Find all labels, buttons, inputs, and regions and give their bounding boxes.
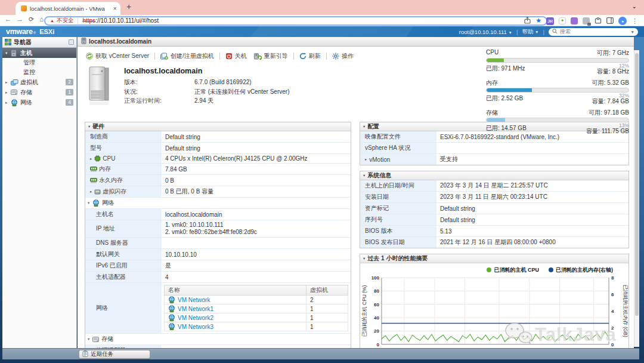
host-summary: localhost.localdomain 版本:6.7.0 (Build 81… bbox=[86, 66, 289, 109]
legend-item: 已消耗的主机 CPU bbox=[487, 266, 539, 274]
forward-icon[interactable]: → bbox=[17, 16, 23, 23]
extension-lock-icon[interactable] bbox=[583, 17, 590, 24]
home-icon[interactable]: ⌂ bbox=[39, 16, 44, 23]
table-row[interactable]: VM Network2 bbox=[165, 296, 348, 304]
vm-icon bbox=[11, 79, 19, 85]
network-icon bbox=[11, 99, 19, 106]
hardware-subsection[interactable]: ▾网络 bbox=[85, 198, 351, 208]
sidebar-item-5[interactable]: ▸网络4 bbox=[2, 97, 76, 107]
new-tab-button[interactable]: + bbox=[126, 2, 131, 11]
sysinfo-header[interactable]: ▾系统信息 bbox=[360, 171, 628, 180]
performance-panel-header[interactable]: ▾ 过去 1 小时的性能摘要 bbox=[360, 254, 628, 263]
toolbar-button-5[interactable]: 操作 bbox=[329, 52, 357, 60]
toolbar-button-0[interactable]: 获取 vCenter Server bbox=[82, 52, 153, 60]
recent-tasks-bar: 近期任务 bbox=[2, 348, 639, 359]
hardware-header[interactable]: ▾硬件 bbox=[85, 122, 351, 131]
usage-bar bbox=[486, 88, 629, 93]
expand-arrow-icon[interactable]: ▸ bbox=[5, 90, 11, 95]
hardware-row: 网络名称虚拟机VM Network2VM Network11VM Network… bbox=[85, 283, 351, 334]
bookmark-star-icon[interactable]: ★ bbox=[535, 17, 541, 24]
extension-purple-icon[interactable] bbox=[571, 17, 578, 24]
svg-text:100: 100 bbox=[371, 275, 380, 281]
side-panel-icon[interactable] bbox=[606, 16, 614, 26]
extensions-puzzle-icon[interactable] bbox=[595, 16, 602, 26]
hardware-link[interactable]: VM Network1 bbox=[168, 305, 302, 312]
collapse-panel-icon[interactable] bbox=[69, 39, 74, 45]
search-scope-chevron-icon[interactable]: ▼ bbox=[631, 30, 634, 34]
recent-tasks-label: 近期任务 bbox=[91, 350, 113, 358]
sidebar-item-2[interactable]: 监控 bbox=[2, 67, 76, 77]
network-icon bbox=[92, 199, 100, 207]
svg-text:20: 20 bbox=[374, 328, 379, 334]
expand-arrow-icon[interactable]: ▸ bbox=[5, 80, 11, 85]
extension-jh-icon[interactable]: JH bbox=[546, 17, 554, 25]
column-header[interactable]: 名称 bbox=[165, 285, 306, 296]
network-icon bbox=[168, 323, 175, 330]
security-warning-icon[interactable]: ▲ bbox=[50, 19, 54, 23]
toolbar-button-4[interactable]: 刷新 bbox=[296, 52, 324, 60]
help-menu[interactable]: 帮助 ▼ bbox=[522, 28, 538, 36]
sysinfo-row: BIOS 发布日期2021 年 12 月 16 日 星期四 08:00:00 +… bbox=[360, 237, 628, 248]
omnibox[interactable]: ▲ 不安全 https://10.10.10.111/ui/#/host ★ bbox=[44, 16, 547, 26]
hardware-link[interactable]: VM Network3 bbox=[168, 323, 302, 330]
navigator-sidebar: 导航器 ▾主机管理监控▸虚拟机2▸存储1▸网络4 bbox=[2, 37, 77, 348]
hardware-link[interactable]: VM Network2 bbox=[168, 314, 302, 321]
esxi-app-frame: 导航器 ▾主机管理监控▸虚拟机2▸存储1▸网络4 localhost.local… bbox=[0, 37, 644, 363]
browser-tab[interactable]: localhost.localdomain - VMwa × bbox=[16, 2, 120, 15]
hardware-row: 制造商Default string bbox=[85, 131, 351, 143]
hardware-row: IPv6 已启用是 bbox=[85, 260, 351, 272]
extension-green-icon[interactable]: ✦ bbox=[559, 17, 566, 24]
collapse-arrow-icon: ▾ bbox=[88, 201, 89, 205]
svg-text:40: 40 bbox=[374, 315, 379, 321]
sysinfo-row: 资产标记Default string bbox=[360, 203, 628, 214]
expand-arrow-icon[interactable]: ▸ bbox=[90, 189, 92, 194]
sysinfo-row: 序列号Default string bbox=[360, 214, 628, 226]
profile-avatar[interactable]: ● bbox=[618, 17, 627, 25]
sidebar-item-0[interactable]: ▾主机 bbox=[2, 48, 76, 58]
share-icon[interactable] bbox=[524, 16, 531, 26]
svg-text:80: 80 bbox=[374, 288, 379, 294]
host-info-row: 状况:正常 (未连接到任何 vCenter Server) bbox=[124, 87, 289, 97]
expand-arrow-icon[interactable]: ▸ bbox=[90, 156, 92, 161]
table-row[interactable]: VM Network21 bbox=[165, 313, 348, 322]
tab-close-icon[interactable]: × bbox=[113, 5, 117, 12]
legend-dot-icon bbox=[549, 267, 553, 272]
create-vm-icon bbox=[160, 53, 168, 60]
cpu-icon bbox=[94, 155, 101, 162]
sidebar-item-3[interactable]: ▸虚拟机2 bbox=[2, 77, 76, 87]
sidebar-item-1[interactable]: 管理 bbox=[2, 58, 76, 67]
column-header[interactable]: 虚拟机 bbox=[306, 285, 348, 296]
storage-icon bbox=[11, 89, 19, 96]
expand-arrow-icon[interactable]: ▸ bbox=[5, 100, 11, 105]
browser-menu-icon[interactable]: ⋮ bbox=[631, 17, 638, 25]
user-menu[interactable]: root@10.10.10.111 ▼ bbox=[459, 29, 512, 35]
toolbar-button-2[interactable]: 关机 bbox=[222, 52, 250, 60]
collapse-arrow-icon[interactable]: ▾ bbox=[5, 51, 11, 56]
collapse-arrow-icon: ▾ bbox=[363, 173, 365, 178]
tab-search-chevron-icon[interactable]: ⌄ bbox=[632, 3, 637, 10]
table-row[interactable]: VM Network11 bbox=[165, 304, 348, 313]
table-row[interactable]: VM Network31 bbox=[165, 322, 348, 331]
expand-arrow-icon[interactable]: ▸ bbox=[365, 157, 367, 162]
hardware-link[interactable]: VM Network bbox=[168, 296, 302, 303]
recent-tasks-button[interactable]: 近期任务 bbox=[79, 350, 150, 359]
security-label[interactable]: 不安全 bbox=[57, 17, 74, 24]
reload-icon[interactable]: ⟳ bbox=[29, 16, 34, 23]
toolbar-button-3[interactable]: 重新引导 bbox=[250, 52, 292, 60]
svg-text:已消耗的主机 CPU (%): 已消耗的主机 CPU (%) bbox=[361, 285, 367, 337]
collapse-arrow-icon: ▾ bbox=[88, 337, 89, 342]
browser-tab-strip: localhost.localdomain - VMwa × + ⌄ bbox=[0, 0, 644, 15]
vertical-scrollbar[interactable] bbox=[634, 50, 639, 347]
sidebar-item-4[interactable]: ▸存储1 bbox=[2, 87, 76, 97]
collapse-arrow-icon: ▾ bbox=[363, 256, 365, 261]
hardware-title: 硬件 bbox=[92, 122, 104, 131]
scrollbar-thumb[interactable] bbox=[635, 53, 639, 316]
toolbar-button-1[interactable]: 创建/注册虚拟机 bbox=[157, 52, 218, 60]
back-icon[interactable]: ← bbox=[5, 16, 11, 23]
search-input[interactable]: 搜索 ▼ bbox=[549, 28, 638, 36]
hardware-subsection[interactable]: ▾存储 bbox=[85, 334, 351, 344]
search-icon bbox=[552, 29, 558, 35]
vmware-favicon bbox=[21, 5, 27, 11]
hardware-row: 默认网关10.10.10.10 bbox=[85, 249, 351, 260]
refresh-icon bbox=[299, 53, 306, 60]
